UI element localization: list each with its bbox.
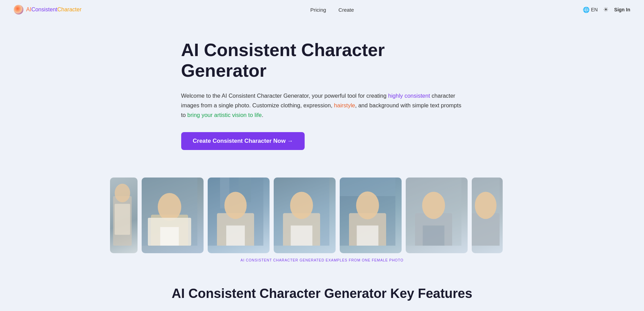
logo-character: Character: [57, 7, 81, 12]
sign-in-button[interactable]: Sign In: [614, 7, 630, 12]
gallery-image-7: [472, 178, 503, 253]
lang-label: EN: [591, 7, 598, 12]
hero-highlight-hairstyle: hairstyle: [334, 102, 355, 108]
navbar: AIConsistentCharacter Pricing Create 🌐 E…: [0, 0, 644, 19]
nav-right: 🌐 EN ☀ Sign In: [583, 6, 630, 13]
features-section: AI Consistent Character Generator Key Fe…: [0, 269, 644, 311]
logo-ai: AI: [26, 7, 31, 12]
svg-point-25: [422, 192, 445, 219]
hero-title: AI Consistent Character Generator: [181, 40, 463, 81]
logo-consistent: Consistent: [31, 7, 57, 12]
svg-rect-22: [357, 225, 379, 246]
gallery-caption: AI CONSISTENT CHARACTER GENERATED EXAMPL…: [0, 258, 644, 262]
hero-desc-p1: Welcome to the AI Consistent Character G…: [181, 93, 388, 99]
nav-create[interactable]: Create: [338, 7, 354, 13]
hero-section: AI Consistent Character Generator Welcom…: [167, 19, 477, 164]
svg-point-5: [158, 193, 181, 221]
person-svg-7: [472, 178, 500, 246]
gallery-image-6: [406, 178, 468, 253]
gallery-image-2: [142, 178, 204, 253]
svg-point-29: [475, 192, 496, 219]
svg-point-1: [115, 184, 130, 202]
logo-icon: [14, 5, 23, 14]
theme-toggle-icon[interactable]: ☀: [603, 6, 609, 13]
gallery-image-1: [110, 178, 138, 253]
svg-point-21: [356, 191, 379, 219]
lang-selector[interactable]: 🌐 EN: [583, 7, 598, 13]
cta-button[interactable]: Create Consistent Character Now →: [181, 132, 305, 150]
svg-rect-17: [291, 225, 313, 246]
globe-icon: 🌐: [583, 7, 590, 13]
hero-desc-p4: .: [262, 112, 263, 118]
logo-text: AIConsistentCharacter: [26, 7, 81, 13]
svg-rect-13: [226, 225, 245, 246]
person-svg-3: [208, 178, 263, 246]
hero-description: Welcome to the AI Consistent Character G…: [181, 91, 463, 120]
logo[interactable]: AIConsistentCharacter: [14, 5, 81, 14]
gallery-image-5: [340, 178, 402, 253]
person-svg-5: [340, 178, 395, 246]
svg-rect-2: [115, 204, 130, 235]
person-svg-1: [110, 178, 135, 246]
nav-links: Pricing Create: [310, 7, 354, 13]
hero-highlight-vision: bring your artistic vision to life: [187, 112, 262, 118]
svg-point-16: [290, 192, 313, 219]
hero-highlight-consistent: highly consistent: [388, 93, 430, 99]
svg-rect-7: [160, 227, 179, 246]
gallery-scroll: [0, 178, 644, 253]
gallery-section: AI CONSISTENT CHARACTER GENERATED EXAMPL…: [0, 164, 644, 269]
svg-point-12: [225, 192, 247, 219]
gallery-image-4: [274, 178, 336, 253]
gallery-image-3: [208, 178, 270, 253]
person-svg-2: [142, 178, 197, 246]
person-svg-4: [274, 178, 329, 246]
person-svg-6: [406, 178, 461, 246]
svg-rect-26: [423, 225, 445, 246]
features-title: AI Consistent Character Generator Key Fe…: [28, 286, 616, 301]
nav-pricing[interactable]: Pricing: [310, 7, 326, 13]
